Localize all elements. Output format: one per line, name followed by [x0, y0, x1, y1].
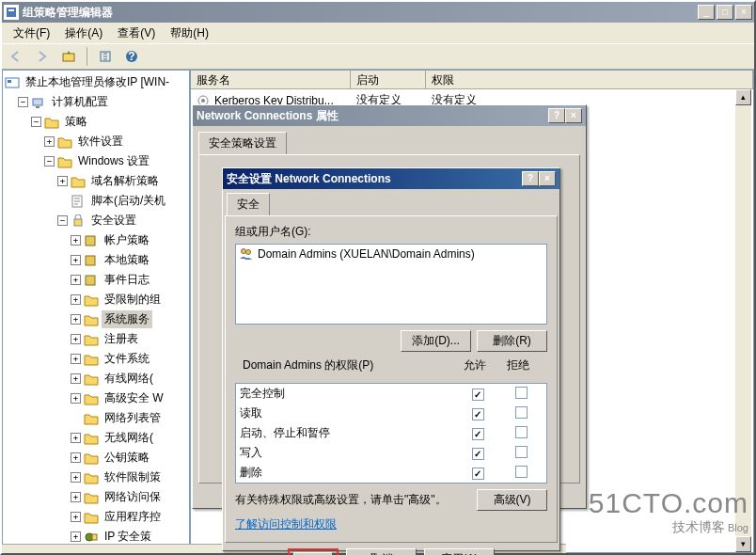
- properties-titlebar[interactable]: Network Connections 属性 ? ×: [193, 105, 586, 126]
- collapse-icon[interactable]: −: [44, 156, 55, 166]
- cancel-button[interactable]: 取消: [346, 548, 417, 555]
- tree-local-policy[interactable]: +本地策略: [5, 250, 187, 270]
- tree-dns[interactable]: +域名解析策略: [5, 171, 187, 191]
- svg-rect-12: [86, 236, 95, 246]
- expand-icon[interactable]: +: [71, 354, 81, 364]
- expand-icon[interactable]: +: [71, 275, 81, 285]
- allow-delete-checkbox[interactable]: ✓: [472, 468, 484, 480]
- scrollbar[interactable]: ▴ ▾: [735, 89, 751, 552]
- expand-icon[interactable]: +: [71, 531, 81, 542]
- export-button[interactable]: [95, 46, 116, 67]
- allow-read-checkbox[interactable]: ✓: [472, 408, 484, 420]
- svg-point-23: [246, 250, 251, 255]
- scroll-up-icon[interactable]: ▴: [735, 89, 751, 105]
- svg-rect-8: [33, 99, 42, 105]
- watermark: 51CTO.com 技术博客 Blog: [589, 487, 748, 536]
- tree-registry[interactable]: +注册表: [5, 329, 187, 349]
- perm-full: 完全控制✓: [236, 384, 546, 404]
- minimize-button[interactable]: _: [698, 5, 715, 20]
- tree-public-key[interactable]: +公钥策略: [5, 448, 187, 468]
- deny-full-checkbox[interactable]: [515, 387, 528, 399]
- apply-button[interactable]: 应用(A): [424, 548, 495, 555]
- expand-icon[interactable]: +: [71, 255, 81, 265]
- menu-help[interactable]: 帮助(H): [163, 24, 216, 43]
- col-startup[interactable]: 启动: [351, 71, 426, 89]
- deny-write-checkbox[interactable]: [515, 446, 528, 458]
- deny-startstop-checkbox[interactable]: [515, 426, 528, 438]
- close-button[interactable]: ×: [735, 5, 752, 20]
- deny-read-checkbox[interactable]: [515, 406, 528, 419]
- remove-button[interactable]: 删除(R): [477, 330, 547, 352]
- allow-startstop-checkbox[interactable]: ✓: [472, 428, 484, 440]
- tree-security-settings[interactable]: −安全设置: [5, 211, 187, 230]
- tab-security[interactable]: 安全: [227, 193, 270, 215]
- tree-netlist[interactable]: 网络列表管: [5, 408, 187, 428]
- maximize-button[interactable]: □: [717, 5, 733, 20]
- collapse-icon[interactable]: −: [18, 97, 28, 107]
- tree-net-access[interactable]: +网络访问保: [5, 487, 187, 507]
- tab-security-policy[interactable]: 安全策略设置: [198, 132, 287, 154]
- collapse-icon[interactable]: −: [31, 117, 41, 127]
- expand-icon[interactable]: +: [71, 373, 81, 384]
- svg-rect-1: [8, 9, 14, 11]
- menu-view[interactable]: 查看(V): [110, 24, 163, 43]
- tree-account-policy[interactable]: +帐户策略: [5, 230, 187, 250]
- tree-windows-settings[interactable]: −Windows 设置: [5, 151, 187, 171]
- menu-file[interactable]: 文件(F): [6, 24, 57, 43]
- dlg2-help-button[interactable]: ?: [522, 171, 539, 186]
- allow-write-checkbox[interactable]: ✓: [472, 448, 484, 460]
- expand-icon[interactable]: +: [71, 452, 81, 463]
- menu-action[interactable]: 操作(A): [57, 24, 110, 43]
- allow-full-checkbox[interactable]: ✓: [472, 388, 484, 401]
- expand-icon[interactable]: +: [44, 136, 55, 147]
- collapse-icon[interactable]: −: [57, 215, 68, 226]
- tree-panel[interactable]: 禁止本地管理员修改IP [WIN- −计算机配置 −策略 +软件设置 −Wind…: [2, 70, 190, 553]
- expand-icon[interactable]: +: [57, 176, 68, 186]
- col-permission[interactable]: 权限: [426, 71, 753, 89]
- tree-app-control[interactable]: +应用程序控: [5, 507, 187, 527]
- tree-restricted[interactable]: +受限制的组: [5, 290, 187, 309]
- expand-icon[interactable]: +: [71, 314, 81, 325]
- expand-icon[interactable]: +: [71, 433, 81, 443]
- group-entry[interactable]: Domain Admins (XUELAN\Domain Admins): [238, 246, 544, 262]
- menu-bar[interactable]: 文件(F) 操作(A) 查看(V) 帮助(H): [2, 23, 754, 43]
- separator-icon: [87, 47, 87, 66]
- add-button[interactable]: 添加(D)...: [401, 330, 471, 352]
- expand-icon[interactable]: +: [71, 492, 81, 502]
- scroll-down-icon[interactable]: ▾: [735, 536, 751, 552]
- tree-scripts[interactable]: 脚本(启动/关机: [5, 191, 187, 211]
- dlg1-close-button[interactable]: ×: [565, 108, 582, 123]
- tree-filesystem[interactable]: +文件系统: [5, 349, 187, 369]
- col-service-name[interactable]: 服务名: [191, 71, 351, 89]
- security-titlebar[interactable]: 安全设置 Network Connections ? ×: [223, 168, 559, 189]
- tree-software-restriction[interactable]: +软件限制策: [5, 468, 187, 487]
- group-list[interactable]: Domain Admins (XUELAN\Domain Admins): [235, 244, 547, 325]
- tree-computer-config[interactable]: −计算机配置: [5, 92, 187, 112]
- help-button[interactable]: ?: [121, 46, 142, 67]
- tree-event-log[interactable]: +事件日志: [5, 270, 187, 290]
- up-button[interactable]: [58, 46, 79, 67]
- main-titlebar[interactable]: 组策略管理编辑器 _ □ ×: [2, 2, 754, 23]
- expand-icon[interactable]: +: [71, 294, 81, 305]
- expand-icon[interactable]: +: [71, 235, 81, 246]
- expand-icon[interactable]: +: [71, 472, 81, 483]
- help-link[interactable]: 了解访问控制和权限: [235, 517, 337, 531]
- tree-wired[interactable]: +有线网络(: [5, 369, 187, 388]
- tree-root[interactable]: 禁止本地管理员修改IP [WIN-: [5, 72, 187, 92]
- app-icon: [4, 5, 19, 20]
- tree-advanced-fw[interactable]: +高级安全 W: [5, 388, 187, 408]
- expand-icon[interactable]: +: [71, 393, 81, 404]
- expand-icon[interactable]: +: [71, 334, 81, 344]
- svg-rect-16: [92, 534, 97, 540]
- deny-delete-checkbox[interactable]: [515, 466, 528, 478]
- svg-point-21: [201, 99, 205, 103]
- dlg2-close-button[interactable]: ×: [539, 171, 556, 186]
- dlg1-help-button[interactable]: ?: [548, 108, 565, 123]
- tree-policies[interactable]: −策略: [5, 112, 187, 132]
- expand-icon[interactable]: +: [71, 512, 81, 522]
- tree-software[interactable]: +软件设置: [5, 132, 187, 151]
- tree-system-services[interactable]: +系统服务: [5, 309, 187, 329]
- tree-wireless[interactable]: +无线网络(: [5, 428, 187, 448]
- advanced-button[interactable]: 高级(V): [477, 489, 547, 511]
- ok-highlight: 确定: [288, 548, 339, 555]
